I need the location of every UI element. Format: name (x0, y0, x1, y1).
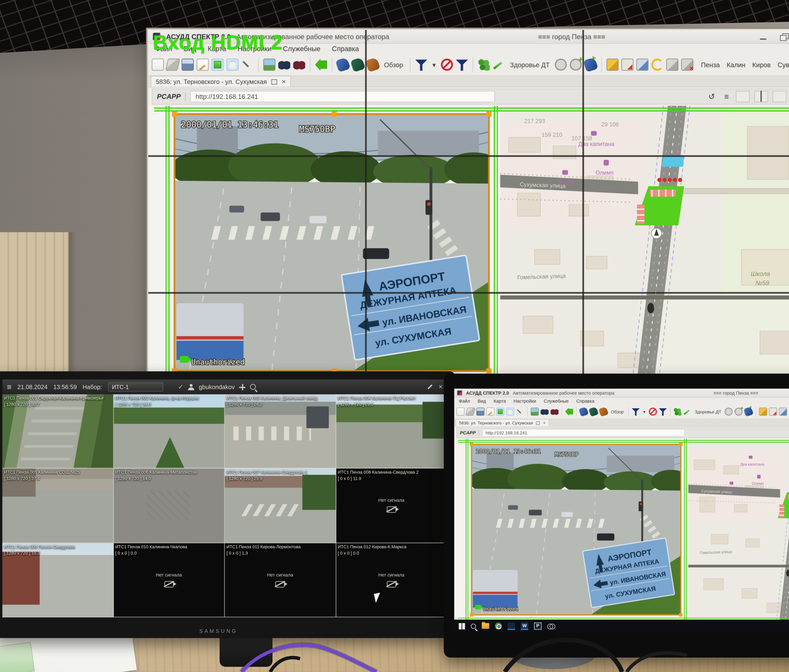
browse-label[interactable]: Обзор (611, 409, 624, 414)
save-icon[interactable] (476, 408, 484, 416)
selection-handle[interactable] (470, 443, 473, 446)
menu-map[interactable]: Карта (494, 399, 506, 404)
select-area-icon[interactable] (212, 59, 224, 71)
wand-icon[interactable] (493, 59, 505, 71)
pen-icon[interactable] (241, 59, 254, 71)
menu-help[interactable]: Справка (332, 45, 359, 53)
binoculars-red-icon[interactable] (293, 59, 305, 71)
ellipse-icon[interactable] (555, 59, 567, 71)
menu-view[interactable]: Вид (478, 399, 486, 404)
edit-icon[interactable] (486, 408, 494, 416)
wand-icon[interactable] (683, 408, 691, 416)
camera-tile-007[interactable]: ИТС1 Пенза 007 Калинина-Свердлова 1 [ 12… (225, 469, 336, 543)
camera-tile-012[interactable]: ИТС1 Пенза 012 Кирова-К.Маркса [ 0 x 0 ]… (336, 543, 447, 617)
tab-close-icon[interactable]: × (543, 420, 546, 426)
save-icon[interactable] (182, 59, 194, 71)
filter-icon[interactable] (415, 59, 427, 71)
map-blue-icon[interactable] (637, 59, 649, 71)
rings-app-icon[interactable] (547, 622, 555, 630)
menu-file[interactable]: Файл (459, 399, 470, 404)
browse-label[interactable]: Обзор (384, 61, 403, 68)
move-icon[interactable] (240, 384, 246, 390)
camera-video-feed[interactable]: АЭРОПОРТ ДЕЖУРНАЯ АПТЕКА ул. ИВАНОВСКАЯ … (471, 444, 681, 616)
camera-tile-004[interactable]: ИТС1 Пенза 004 Калинина-ТЦ Рассвет [ 128… (336, 394, 447, 469)
map-yellow-icon[interactable] (607, 59, 619, 71)
selection-handle[interactable] (486, 369, 492, 374)
tab-intersection[interactable]: 5836: ул. Терновского - ул. Сухумская × (150, 76, 291, 87)
map-blue-icon[interactable] (779, 408, 787, 416)
camera-blue-icon[interactable] (579, 407, 589, 417)
camera-video-feed[interactable]: АЭРОПОРТ ДЕЖУРНАЯ АПТЕКА ул. ИВАНОВСКАЯ … (174, 113, 490, 372)
camera-tile-006[interactable]: ИТС1 Пенза 006 Калинина-Металлистов [ 12… (113, 469, 225, 543)
green-arrow-icon[interactable] (565, 408, 573, 416)
p-app-taskbar-icon[interactable]: P (534, 622, 541, 630)
pcapp-taskbar-icon[interactable] (508, 622, 515, 630)
start-button-icon[interactable] (459, 623, 465, 629)
selection-handle[interactable] (679, 613, 683, 617)
pan-hand-icon[interactable] (506, 408, 514, 416)
city-penza-button[interactable]: Пенза (701, 61, 720, 68)
map-remove-icon[interactable] (681, 59, 693, 71)
camera-blue-icon[interactable] (335, 57, 350, 72)
image-icon[interactable] (263, 59, 275, 71)
print-icon[interactable] (272, 79, 277, 84)
binoculars-icon[interactable] (278, 59, 290, 71)
new-document-icon[interactable] (152, 59, 164, 71)
image-icon[interactable] (531, 408, 539, 416)
close-icon[interactable]: × (439, 383, 443, 391)
camera-add-icon[interactable] (744, 407, 754, 417)
filter-dropdown-icon[interactable]: ▾ (432, 61, 436, 69)
select-area-icon[interactable] (496, 408, 504, 416)
filter-apply-icon[interactable] (659, 408, 667, 416)
fullscreen-icon[interactable] (428, 385, 432, 389)
map-gray-icon[interactable] (666, 59, 679, 71)
camera-add-icon[interactable] (583, 57, 598, 72)
ellipse-add-icon[interactable] (735, 408, 743, 416)
pcapp-maximize-button[interactable] (754, 91, 768, 102)
hamburger-icon[interactable]: ≡ (724, 92, 729, 101)
selection-handle[interactable] (679, 443, 683, 446)
camera-tile-011[interactable]: ИТС1 Пенза 011 Кирова-Лермонтова [ 0 x 0… (225, 543, 336, 617)
check-icon[interactable]: ✓ (178, 383, 184, 391)
zoom-out-icon[interactable] (250, 384, 256, 390)
selection-handle[interactable] (172, 112, 177, 117)
new-document-icon[interactable] (457, 408, 465, 416)
filter-apply-icon[interactable] (456, 59, 468, 71)
camera-green-icon[interactable] (589, 407, 599, 417)
menu-settings[interactable]: Настройки (514, 399, 536, 404)
layers-icon[interactable] (165, 59, 180, 71)
chrome-icon[interactable] (495, 623, 502, 629)
pcapp-resize-button[interactable] (773, 91, 786, 102)
city-kirov-button[interactable]: Киров (752, 61, 771, 68)
address-input[interactable]: http://192.168.16.241 (482, 429, 685, 437)
undo-icon[interactable] (652, 59, 664, 71)
city-suv-button[interactable]: Сув (778, 61, 789, 68)
camera-tile-005[interactable]: ИТС1 Пенза 005 Калинина СОШ №25 [ 1280 x… (2, 469, 113, 543)
pcapp-minimize-button[interactable] (736, 91, 749, 102)
filter-dropdown-icon[interactable]: ▾ (643, 409, 645, 414)
camera-tile-009[interactable]: ИТС1 Пенза 009 Гоголя-Свердлова [ 1280 x… (2, 543, 113, 617)
refresh-icon[interactable]: ↺ (708, 92, 715, 101)
set-select[interactable]: ИТС-1 (108, 382, 163, 391)
health-label[interactable]: Здоровье ДТ (510, 61, 550, 68)
traffic-map[interactable]: 217 293 159 210 107 158 29 106 Сухумская… (500, 106, 789, 378)
selection-handle[interactable] (332, 112, 337, 117)
map-warning-icon[interactable] (621, 59, 634, 71)
green-arrow-icon[interactable] (315, 59, 327, 71)
ellipse-icon[interactable] (725, 408, 733, 416)
health-label[interactable]: Здоровье ДТ (695, 409, 721, 414)
filter-icon[interactable] (632, 408, 640, 416)
pan-hand-icon[interactable] (227, 59, 239, 71)
ellipse-add-icon[interactable] (570, 59, 582, 71)
map-warning-icon[interactable] (769, 408, 777, 416)
traffic-map[interactable]: Сухумская улица (688, 439, 789, 620)
user-icon[interactable] (188, 384, 194, 390)
menu-service[interactable]: Служебные (283, 45, 320, 53)
camera-green-icon[interactable] (350, 57, 366, 72)
taskbar-search-icon[interactable] (471, 623, 476, 629)
print-icon[interactable] (536, 421, 540, 425)
menu-icon[interactable]: ≡ (7, 382, 12, 391)
binoculars-red-icon[interactable] (551, 408, 559, 416)
tab-intersection[interactable]: 5836: ул. Терновского - ул. Сухумская × (456, 419, 549, 426)
file-explorer-icon[interactable] (482, 623, 489, 629)
